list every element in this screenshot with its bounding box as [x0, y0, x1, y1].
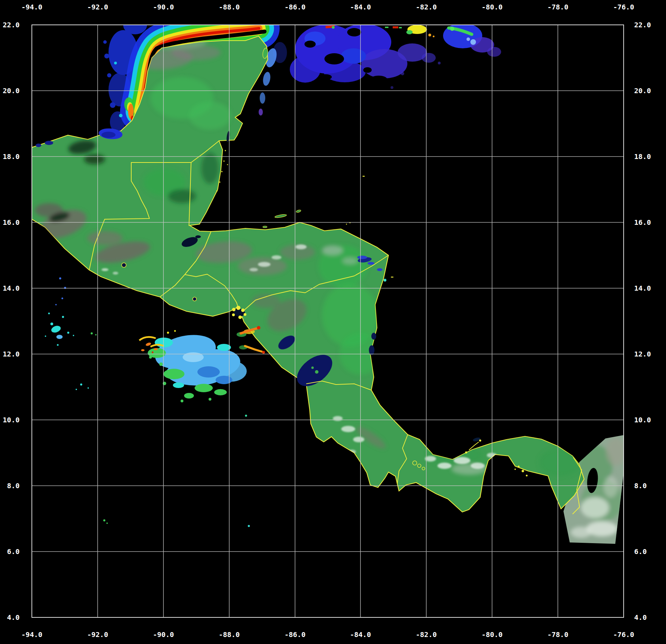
tick-left-1: 20.0	[0, 86, 20, 95]
tick-left-2: 18.0	[0, 152, 20, 161]
satellite-map-screen: { "axes": { "top": ["-94.0","-92.0","-90…	[0, 0, 666, 644]
tick-bottom-6: -82.0	[411, 630, 442, 639]
lake-ilopango	[193, 297, 197, 301]
tick-left-0: 22.0	[0, 21, 20, 29]
tick-top-8: -78.0	[542, 3, 574, 11]
tick-bottom-8: -78.0	[542, 630, 574, 639]
utila-island	[263, 226, 267, 228]
tick-bottom-5: -84.0	[345, 630, 376, 639]
tick-bottom-7: -80.0	[476, 630, 508, 639]
satellite-map	[0, 0, 666, 644]
tick-right-5: 12.0	[634, 350, 662, 358]
tick-right-8: 6.0	[634, 547, 662, 556]
tick-bottom-0: -94.0	[16, 630, 48, 639]
tick-left-7: 8.0	[0, 482, 20, 490]
tick-bottom-1: -92.0	[82, 630, 113, 639]
tick-left-6: 10.0	[0, 416, 20, 424]
tick-left-4: 14.0	[0, 284, 20, 292]
tick-right-0: 22.0	[634, 21, 662, 29]
tick-top-5: -84.0	[345, 3, 376, 11]
tick-right-6: 10.0	[634, 416, 662, 424]
tick-right-1: 20.0	[634, 86, 662, 95]
tick-right-4: 14.0	[634, 284, 662, 292]
tick-top-4: -86.0	[279, 3, 311, 11]
map-plot-area	[32, 16, 628, 617]
tick-right-3: 16.0	[634, 218, 662, 227]
tick-top-9: -76.0	[608, 3, 639, 11]
tick-top-7: -80.0	[476, 3, 508, 11]
tick-left-5: 12.0	[0, 350, 20, 358]
tick-left-9: 4.0	[0, 613, 20, 622]
tick-left-8: 6.0	[0, 547, 20, 556]
tick-bottom-2: -90.0	[148, 630, 179, 639]
tick-bottom-4: -86.0	[279, 630, 311, 639]
tick-right-2: 18.0	[634, 152, 662, 161]
tick-right-7: 8.0	[634, 482, 662, 490]
tick-bottom-9: -76.0	[608, 630, 639, 639]
lake-atitlan	[122, 263, 126, 268]
tick-top-1: -92.0	[82, 3, 113, 11]
tick-top-0: -94.0	[16, 3, 48, 11]
tick-left-3: 16.0	[0, 218, 20, 227]
tick-right-9: 4.0	[634, 613, 662, 622]
tick-top-6: -82.0	[411, 3, 442, 11]
tick-bottom-3: -88.0	[213, 630, 245, 639]
tick-top-2: -90.0	[148, 3, 179, 11]
tick-top-3: -88.0	[213, 3, 245, 11]
